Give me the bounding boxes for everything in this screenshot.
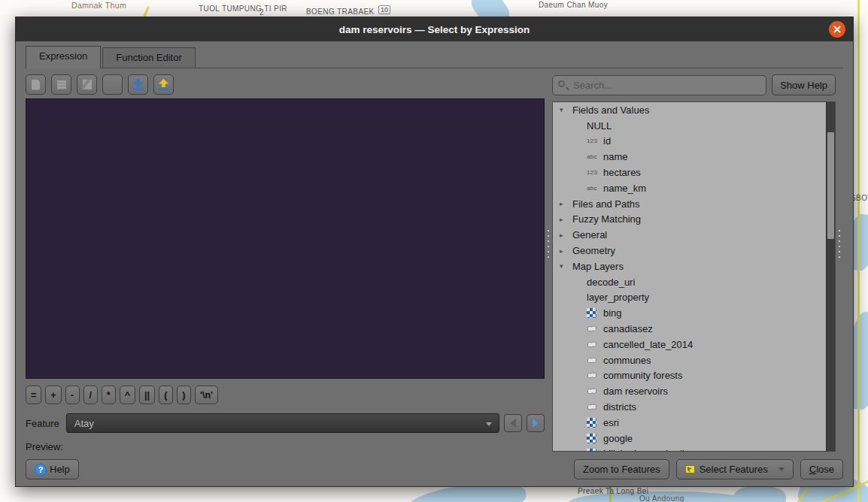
map-label: Daeum Chan Muoy bbox=[539, 1, 608, 9]
operator-button[interactable]: * bbox=[102, 386, 116, 404]
import-expressions-button[interactable] bbox=[128, 74, 148, 95]
tree-group-fuzzy-matching[interactable]: ▸Fuzzy Matching bbox=[553, 212, 826, 228]
map-label: TUOL TUMPUNG TI PIR bbox=[199, 5, 287, 13]
chevron-right-icon[interactable]: ▸ bbox=[560, 216, 572, 223]
tab-expression[interactable]: Expression bbox=[26, 46, 101, 68]
tree-scrollbar[interactable] bbox=[826, 102, 835, 451]
tree-label: Fuzzy Matching bbox=[572, 213, 641, 225]
tree-item-google[interactable]: google bbox=[553, 431, 826, 446]
map-label: 10 bbox=[378, 5, 390, 14]
search-row: Show Help bbox=[552, 74, 836, 95]
tree-item-hillshade-cambodia[interactable]: hillshade_cambodia bbox=[553, 446, 826, 451]
help-button[interactable]: Help bbox=[26, 459, 79, 479]
tree-item-cancelled-late-2014[interactable]: cancelled_late_2014 bbox=[553, 337, 826, 352]
zoom-to-features-button[interactable]: Zoom to Features bbox=[574, 459, 669, 479]
dialog-body: Expression Function Editor =+-/*^||()'\n… bbox=[16, 41, 853, 486]
select-features-button[interactable]: Select Features bbox=[676, 459, 794, 479]
close-button[interactable]: Close bbox=[800, 459, 843, 479]
tree-item-id[interactable]: 123id bbox=[553, 134, 826, 150]
tree-group-general[interactable]: ▸General bbox=[553, 227, 826, 243]
dialog-button-box: Help Zoom to Features Select Features Cl… bbox=[26, 452, 843, 486]
chevron-right-icon[interactable]: ▸ bbox=[560, 200, 572, 207]
operator-button[interactable]: - bbox=[65, 386, 80, 404]
tree-item-name-km[interactable]: abcname_km bbox=[553, 180, 826, 196]
dialog-titlebar[interactable]: dam reservoirs — Select by Expression bbox=[16, 17, 853, 41]
tree-item-esri[interactable]: esri bbox=[553, 415, 826, 431]
tab-bar: Expression Function Editor bbox=[26, 47, 843, 68]
feature-row: Feature Atay bbox=[26, 413, 545, 433]
raster-layer-icon bbox=[587, 418, 603, 428]
road-shape bbox=[857, 0, 860, 502]
tree-scrollbar-thumb[interactable] bbox=[827, 132, 834, 239]
tree-item-dam-reservoirs[interactable]: dam reservoirs bbox=[553, 383, 826, 399]
tree-group-files-and-paths[interactable]: ▸Files and Paths bbox=[553, 196, 826, 212]
function-tree: ▾Fields and ValuesNULL123idabcname123hec… bbox=[553, 102, 826, 451]
tree-label: dam reservoirs bbox=[603, 386, 668, 397]
next-feature-button[interactable] bbox=[527, 414, 545, 432]
tree-label: decode_uri bbox=[587, 277, 635, 288]
expression-list-icon bbox=[57, 80, 66, 89]
operator-button[interactable]: '\n' bbox=[195, 386, 218, 404]
map-label: BOENG TRABAEK bbox=[306, 8, 375, 16]
function-list-panel: Show Help ▾Fields and ValuesNULL123idabc… bbox=[552, 68, 836, 452]
close-icon[interactable] bbox=[829, 21, 845, 38]
tree-label: hectares bbox=[603, 167, 641, 178]
tab-function-editor[interactable]: Function Editor bbox=[102, 47, 195, 68]
number-field-icon: 123 bbox=[587, 138, 603, 144]
export-expressions-button[interactable] bbox=[153, 74, 174, 95]
expression-editor[interactable] bbox=[26, 98, 545, 379]
operator-button[interactable]: || bbox=[139, 386, 155, 404]
feature-label: Feature bbox=[26, 418, 59, 429]
number-field-icon: 123 bbox=[587, 169, 603, 176]
tree-label: districts bbox=[603, 401, 636, 413]
expression-list-button bbox=[51, 74, 71, 95]
operator-button[interactable]: ) bbox=[177, 386, 191, 404]
tree-group-geometry[interactable]: ▸Geometry bbox=[553, 243, 826, 259]
blank-button bbox=[102, 74, 123, 95]
chevron-right-icon[interactable]: ▸ bbox=[560, 247, 572, 255]
raster-layer-icon bbox=[587, 449, 603, 451]
tree-item-districts[interactable]: districts bbox=[553, 399, 826, 415]
tree-item-hectares[interactable]: 123hectares bbox=[553, 165, 826, 180]
search-input[interactable] bbox=[552, 75, 766, 95]
tree-item-decode-uri[interactable]: decode_uri bbox=[553, 274, 826, 290]
panel-splitter-handle[interactable] bbox=[545, 68, 552, 452]
show-help-button[interactable]: Show Help bbox=[772, 74, 836, 95]
operator-button-row: =+-/*^||()'\n' bbox=[26, 386, 545, 404]
help-button-label: Help bbox=[50, 464, 70, 475]
tree-label: id bbox=[603, 135, 611, 147]
tree-item-layer-property[interactable]: layer_property bbox=[553, 290, 826, 306]
chevron-down-icon[interactable]: ▾ bbox=[560, 106, 572, 113]
operator-button[interactable]: ^ bbox=[120, 386, 135, 404]
tree-group-map-layers[interactable]: ▾Map Layers bbox=[553, 259, 826, 274]
tree-item-bing[interactable]: bing bbox=[553, 305, 826, 321]
help-icon bbox=[35, 464, 47, 476]
help-splitter-handle[interactable] bbox=[836, 68, 843, 452]
operator-button[interactable]: + bbox=[45, 386, 61, 404]
operator-button[interactable]: = bbox=[26, 386, 41, 404]
chevron-right-icon[interactable]: ▸ bbox=[560, 231, 572, 239]
dialog-title: dam reservoirs — Select by Expression bbox=[339, 24, 530, 35]
tree-item-canadiasez[interactable]: canadiasez bbox=[553, 321, 826, 337]
tree-item-null[interactable]: NULL bbox=[553, 118, 826, 134]
edit-expression-icon bbox=[83, 80, 92, 89]
tree-label: name bbox=[603, 151, 628, 162]
select-features-icon bbox=[685, 465, 695, 473]
blank-icon bbox=[108, 80, 117, 89]
operator-button[interactable]: / bbox=[83, 386, 98, 404]
tree-item-community-forests[interactable]: community forests bbox=[553, 368, 826, 384]
tree-item-communes[interactable]: communes bbox=[553, 352, 826, 368]
chevron-down-icon bbox=[778, 467, 785, 471]
preview-label: Preview: bbox=[26, 441, 545, 452]
operator-button[interactable]: ( bbox=[159, 386, 173, 404]
new-expression-icon bbox=[32, 80, 40, 90]
tree-item-name[interactable]: abcname bbox=[553, 149, 826, 165]
chevron-down-icon[interactable]: ▾ bbox=[560, 262, 572, 270]
tree-group-fields-and-values[interactable]: ▾Fields and Values bbox=[553, 102, 826, 118]
polygon-layer-icon bbox=[587, 403, 603, 411]
previous-feature-button[interactable] bbox=[504, 414, 522, 432]
raster-layer-icon bbox=[587, 308, 603, 318]
tree-label: bing bbox=[603, 307, 622, 319]
text-field-icon: abc bbox=[587, 185, 603, 192]
feature-combobox[interactable]: Atay bbox=[66, 413, 499, 433]
